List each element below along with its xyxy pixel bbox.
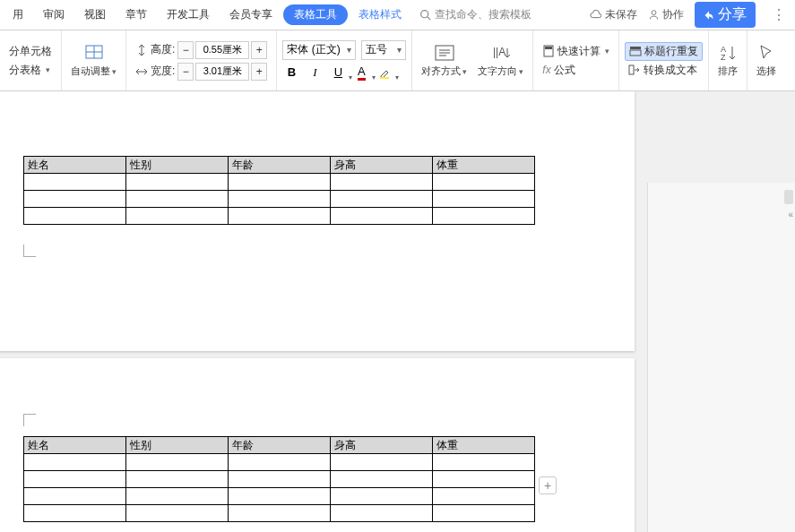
table-row[interactable] bbox=[24, 454, 535, 471]
select-button[interactable]: 选择 bbox=[753, 41, 780, 80]
th-age[interactable]: 年龄 bbox=[229, 157, 331, 174]
group-auto-adjust: 自动调整▾ bbox=[62, 30, 126, 90]
table-header-row[interactable]: 姓名 性别 年龄 身高 体重 bbox=[24, 437, 535, 454]
svg-line-1 bbox=[428, 17, 430, 20]
chevron-down-icon: ▾ bbox=[395, 73, 399, 82]
table-header-row[interactable]: 姓名 性别 年龄 身高 体重 bbox=[24, 157, 535, 174]
share-button[interactable]: 分享 bbox=[695, 2, 756, 28]
formula-button[interactable]: fx 公式 bbox=[539, 61, 613, 80]
table-row[interactable] bbox=[24, 471, 535, 488]
height-icon bbox=[135, 44, 148, 56]
ribbon-toolbar: 分单元格 分表格▾ 自动调整▾ 高度: − + 宽度: − + bbox=[0, 30, 795, 91]
group-select: 选择 bbox=[747, 30, 785, 90]
th-name[interactable]: 姓名 bbox=[24, 437, 126, 454]
group-sort: AZ 排序 bbox=[709, 30, 747, 90]
menu-table-style[interactable]: 表格样式 bbox=[350, 4, 410, 26]
menu-table-tools[interactable]: 表格工具 bbox=[283, 4, 348, 25]
font-color-button[interactable]: A▾ bbox=[352, 64, 370, 82]
cursor-icon bbox=[756, 43, 776, 63]
svg-rect-6 bbox=[380, 77, 389, 79]
table-row[interactable] bbox=[24, 208, 535, 225]
highlight-icon bbox=[378, 66, 391, 79]
th-age[interactable]: 年龄 bbox=[229, 437, 331, 454]
share-icon bbox=[704, 10, 714, 21]
menu-review[interactable]: 审阅 bbox=[34, 4, 73, 26]
fast-calc-button[interactable]: 快速计算▾ bbox=[539, 42, 613, 61]
width-plus[interactable]: + bbox=[251, 63, 267, 81]
group-header: 标题行重复 转换成文本 bbox=[619, 30, 709, 90]
unsaved-indicator[interactable]: 未保存 bbox=[590, 7, 637, 22]
top-right-actions: 未保存 协作 分享 ⋮ bbox=[590, 2, 791, 28]
height-plus[interactable]: + bbox=[251, 41, 267, 59]
auto-adjust-button[interactable]: 自动调整▾ bbox=[67, 41, 120, 80]
page-1[interactable]: 姓名 性别 年龄 身高 体重 bbox=[0, 91, 635, 351]
auto-adjust-icon bbox=[83, 43, 105, 63]
bold-button[interactable]: B bbox=[282, 64, 300, 82]
split-table-button[interactable]: 分表格▾ bbox=[5, 61, 56, 80]
document-table-2[interactable]: 姓名 性别 年龄 身高 体重 bbox=[23, 436, 535, 522]
header-repeat-button[interactable]: 标题行重复 bbox=[625, 42, 703, 61]
group-dimensions: 高度: − + 宽度: − + bbox=[126, 30, 277, 90]
more-menu[interactable]: ⋮ bbox=[766, 6, 791, 23]
group-align: 对齐方式▾ ||A 文字方向▾ bbox=[412, 30, 533, 90]
sort-button[interactable]: AZ 排序 bbox=[714, 41, 741, 80]
chevron-down-icon: ▾ bbox=[605, 47, 609, 56]
th-gender[interactable]: 性别 bbox=[126, 437, 229, 454]
highlight-button[interactable]: ▾ bbox=[376, 64, 393, 82]
svg-text:||A: ||A bbox=[493, 46, 506, 58]
menu-vip[interactable]: 会员专享 bbox=[220, 4, 281, 26]
height-minus[interactable]: − bbox=[177, 41, 194, 59]
calculator-icon bbox=[542, 45, 555, 57]
svg-point-0 bbox=[421, 11, 428, 18]
svg-rect-13 bbox=[545, 47, 552, 49]
menu-chapter[interactable]: 章节 bbox=[117, 4, 156, 26]
italic-button[interactable]: I bbox=[306, 64, 324, 82]
th-height[interactable]: 身高 bbox=[331, 437, 433, 454]
menubar: 用 审阅 视图 章节 开发工具 会员专享 表格工具 表格样式 查找命令、搜索模板… bbox=[0, 0, 795, 30]
group-font: 宋体 (正文) 五号 B I U▾ A▾ ▾ bbox=[277, 30, 412, 90]
th-weight[interactable]: 体重 bbox=[433, 157, 535, 174]
search-box[interactable]: 查找命令、搜索模板 bbox=[419, 7, 531, 22]
to-text-button[interactable]: 转换成文本 bbox=[625, 61, 703, 80]
font-size-select[interactable]: 五号 bbox=[361, 40, 406, 60]
margin-mark bbox=[23, 245, 36, 257]
split-cell-button[interactable]: 分单元格 bbox=[5, 42, 56, 61]
chevron-down-icon: ▾ bbox=[112, 67, 117, 76]
collab-button[interactable]: 协作 bbox=[648, 7, 684, 22]
fx-icon: fx bbox=[542, 64, 550, 76]
menu-reference[interactable]: 用 bbox=[4, 4, 32, 26]
to-text-icon bbox=[628, 64, 641, 76]
document-area: 姓名 性别 年龄 身高 体重 姓名 性别 年龄 身高 体重 bbox=[0, 91, 795, 532]
font-name-select[interactable]: 宋体 (正文) bbox=[282, 40, 356, 60]
th-name[interactable]: 姓名 bbox=[24, 157, 126, 174]
chevron-down-icon: ▾ bbox=[46, 65, 50, 74]
svg-point-2 bbox=[652, 11, 656, 15]
width-input[interactable] bbox=[195, 63, 249, 81]
group-formula: 快速计算▾ fx 公式 bbox=[533, 30, 619, 90]
svg-rect-15 bbox=[630, 50, 641, 56]
sort-icon: AZ bbox=[718, 43, 738, 63]
table-row[interactable] bbox=[24, 191, 535, 208]
document-table-1[interactable]: 姓名 性别 年龄 身高 体重 bbox=[23, 156, 535, 225]
align-icon bbox=[433, 43, 456, 63]
menu-devtools[interactable]: 开发工具 bbox=[158, 4, 219, 26]
underline-button[interactable]: U▾ bbox=[329, 64, 347, 82]
th-height[interactable]: 身高 bbox=[331, 157, 433, 174]
width-minus[interactable]: − bbox=[177, 63, 194, 81]
table-row[interactable] bbox=[24, 488, 535, 505]
table-row[interactable] bbox=[24, 174, 535, 191]
height-input[interactable] bbox=[195, 41, 249, 59]
align-button[interactable]: 对齐方式▾ bbox=[418, 41, 471, 80]
header-repeat-icon bbox=[629, 45, 642, 57]
page-2[interactable]: 姓名 性别 年龄 身高 体重 bbox=[0, 358, 635, 532]
menu-view[interactable]: 视图 bbox=[75, 4, 115, 26]
search-icon bbox=[419, 9, 431, 21]
th-gender[interactable]: 性别 bbox=[126, 157, 229, 174]
side-panel-arrow[interactable]: « bbox=[788, 210, 793, 219]
add-row-button[interactable]: + bbox=[539, 476, 557, 494]
svg-rect-16 bbox=[629, 65, 634, 74]
th-weight[interactable]: 体重 bbox=[433, 437, 535, 454]
side-panel-handle[interactable] bbox=[784, 190, 793, 204]
text-direction-button[interactable]: ||A 文字方向▾ bbox=[474, 41, 527, 80]
table-row[interactable] bbox=[24, 505, 535, 522]
